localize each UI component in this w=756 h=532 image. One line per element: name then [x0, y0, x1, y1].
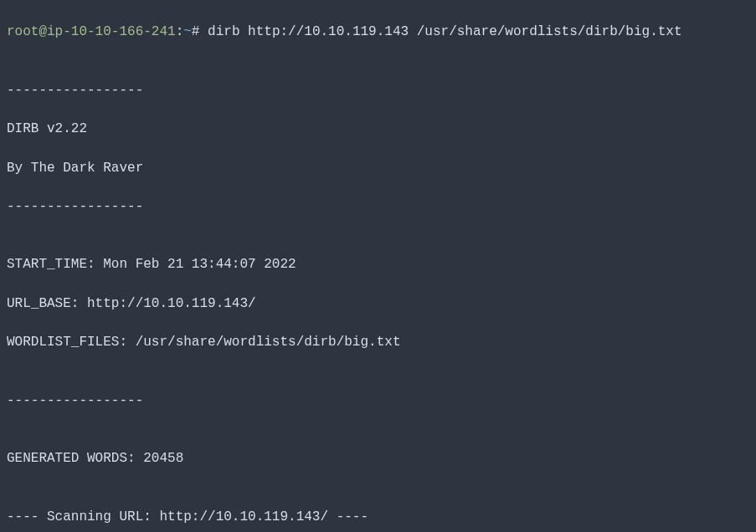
url-base: URL_BASE: http://10.10.119.143/ — [7, 294, 749, 314]
generated-words: GENERATED WORDS: 20458 — [7, 449, 749, 468]
separator-line: ----------------- — [7, 81, 749, 100]
prompt-separator: : — [176, 24, 184, 39]
prompt-line: root@ip-10-10-166-241:~# dirb http://10.… — [7, 23, 749, 42]
start-time: START_TIME: Mon Feb 21 13:44:07 2022 — [7, 255, 749, 274]
prompt-path: ~ — [183, 24, 192, 39]
dirb-title: DIRB v2.22 — [7, 120, 749, 139]
separator-line: ----------------- — [7, 197, 749, 217]
separator-line: ----------------- — [7, 391, 749, 411]
scanning-url: ---- Scanning URL: http://10.10.119.143/… — [7, 508, 749, 527]
terminal-output[interactable]: root@ip-10-10-166-241:~# dirb http://10.… — [7, 3, 749, 532]
prompt-user-host: root@ip-10-10-166-241 — [7, 24, 176, 39]
wordlist-files: WORDLIST_FILES: /usr/share/wordlists/dir… — [7, 333, 749, 352]
prompt-symbol: # — [192, 24, 200, 39]
command-text: dirb http://10.10.119.143 /usr/share/wor… — [208, 24, 682, 39]
dirb-author: By The Dark Raver — [7, 159, 749, 178]
